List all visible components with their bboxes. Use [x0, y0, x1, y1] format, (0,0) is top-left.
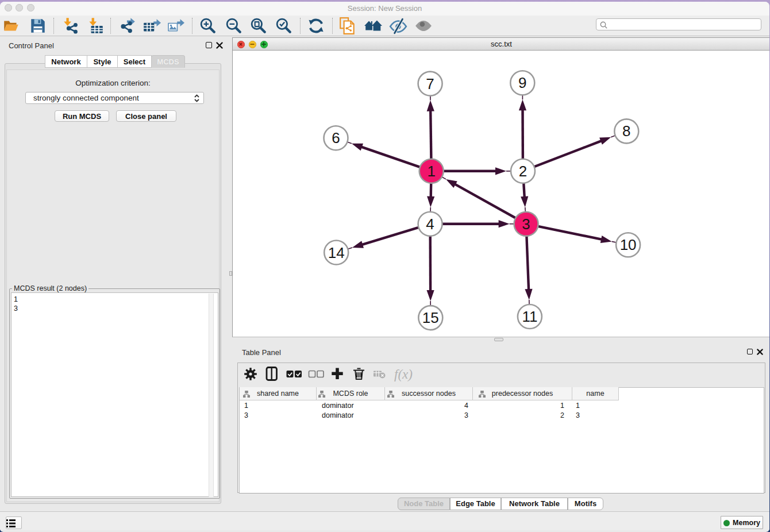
svg-text:1: 1: [427, 163, 435, 180]
svg-text:9: 9: [518, 74, 526, 91]
svg-text:15: 15: [422, 309, 439, 326]
svg-text:14: 14: [328, 244, 345, 261]
svg-text:10: 10: [620, 236, 637, 253]
svg-text:7: 7: [426, 75, 434, 92]
svg-text:6: 6: [332, 129, 340, 147]
svg-text:3: 3: [522, 215, 530, 233]
svg-text:11: 11: [522, 308, 537, 325]
svg-text:f(x): f(x): [394, 367, 413, 381]
svg-text:4: 4: [426, 215, 434, 233]
svg-text:2: 2: [519, 163, 527, 180]
svg-text:8: 8: [622, 122, 630, 140]
